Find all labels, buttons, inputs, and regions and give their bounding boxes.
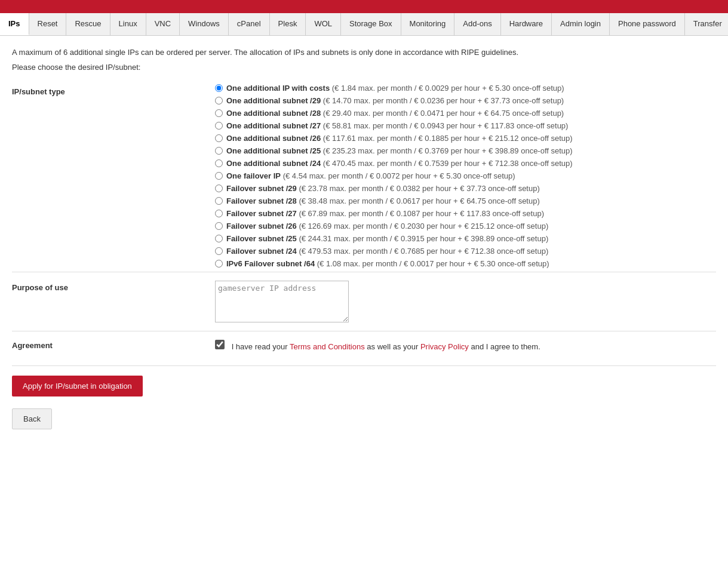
tab-hardware[interactable]: Hardware: [501, 13, 552, 35]
tab-windows[interactable]: Windows: [180, 13, 229, 35]
radio-option-5: One additional subnet /26 (€ 117.61 max.…: [215, 134, 716, 143]
radio-label-opt7[interactable]: One additional subnet /24 (€ 470.45 max.…: [226, 159, 573, 168]
radio-label-opt14[interactable]: Failover subnet /24 (€ 479.53 max. per m…: [226, 247, 548, 256]
radio-opt2[interactable]: [215, 97, 223, 104]
radio-opt14[interactable]: [215, 247, 223, 255]
terms-link[interactable]: Terms and Conditions: [290, 342, 365, 351]
radio-label-opt11[interactable]: Failover subnet /27 (€ 67.89 max. per mo…: [226, 209, 544, 218]
radio-option-10: Failover subnet /28 (€ 38.48 max. per mo…: [215, 196, 716, 205]
radio-opt5[interactable]: [215, 134, 223, 142]
radio-label-opt9[interactable]: Failover subnet /29 (€ 23.78 max. per mo…: [226, 184, 540, 193]
tab-reset[interactable]: Reset: [29, 13, 67, 35]
radio-option-15: IPv6 Failover subnet /64 (€ 1.08 max. pe…: [215, 259, 716, 268]
info-text: A maximum of 6 additional single IPs can…: [12, 48, 716, 57]
radio-option-7: One additional subnet /24 (€ 470.45 max.…: [215, 159, 716, 168]
radio-label-opt1[interactable]: One additional IP with costs (€ 1.84 max…: [226, 84, 564, 93]
purpose-textarea[interactable]: [215, 281, 349, 322]
tab-vnc[interactable]: VNC: [146, 13, 180, 35]
radio-label-opt6[interactable]: One additional subnet /25 (€ 235.23 max.…: [226, 146, 573, 155]
back-row: Back: [12, 402, 716, 429]
tab-linux[interactable]: Linux: [110, 13, 146, 35]
radio-opt4[interactable]: [215, 122, 223, 130]
radio-label-opt3[interactable]: One additional subnet /28 (€ 29.40 max. …: [226, 109, 564, 118]
radio-label-opt5[interactable]: One additional subnet /26 (€ 117.61 max.…: [226, 134, 573, 143]
tab-navigation: IPsResetRescueLinuxVNCWindowscPanelPlesk…: [0, 13, 728, 36]
radio-label-opt8[interactable]: One failover IP (€ 4.54 max. per month /…: [226, 171, 515, 180]
radio-opt10[interactable]: [215, 197, 223, 205]
apply-button[interactable]: Apply for IP/subnet in obligation: [12, 376, 143, 396]
radio-option-8: One failover IP (€ 4.54 max. per month /…: [215, 171, 716, 180]
radio-option-14: Failover subnet /24 (€ 479.53 max. per m…: [215, 247, 716, 256]
agreement-checkbox[interactable]: [215, 340, 225, 349]
tab-storagebox[interactable]: Storage Box: [341, 13, 401, 35]
tab-ips[interactable]: IPs: [0, 13, 29, 35]
radio-option-12: Failover subnet /26 (€ 126.69 max. per m…: [215, 222, 716, 230]
radio-opt8[interactable]: [215, 172, 223, 180]
agreement-text: I have read your Terms and Conditions as…: [232, 342, 540, 351]
choose-text: Please choose the desired IP/subnet:: [12, 63, 716, 72]
tab-adminlogin[interactable]: Admin login: [552, 13, 610, 35]
radio-opt15[interactable]: [215, 260, 223, 268]
tab-wol[interactable]: WOL: [306, 13, 341, 35]
tab-transfer[interactable]: Transfer: [685, 13, 728, 35]
radio-opt6[interactable]: [215, 147, 223, 155]
radio-label-opt15[interactable]: IPv6 Failover subnet /64 (€ 1.08 max. pe…: [226, 259, 549, 268]
purpose-label: Purpose of use: [12, 281, 215, 292]
radio-option-1: One additional IP with costs (€ 1.84 max…: [215, 84, 716, 93]
radio-opt3[interactable]: [215, 109, 223, 117]
bottom-divider: [12, 365, 716, 366]
radio-option-2: One additional subnet /29 (€ 14.70 max. …: [215, 96, 716, 105]
radio-option-11: Failover subnet /27 (€ 67.89 max. per mo…: [215, 209, 716, 218]
tab-plesk[interactable]: Plesk: [270, 13, 306, 35]
tab-cpanel[interactable]: cPanel: [229, 13, 270, 35]
radio-option-6: One additional subnet /25 (€ 235.23 max.…: [215, 146, 716, 155]
radio-opt12[interactable]: [215, 222, 223, 230]
radio-opt1[interactable]: [215, 84, 223, 92]
radio-label-opt4[interactable]: One additional subnet /27 (€ 58.81 max. …: [226, 121, 568, 130]
radio-label-opt12[interactable]: Failover subnet /26 (€ 126.69 max. per m…: [226, 222, 548, 230]
tab-addons[interactable]: Add-ons: [454, 13, 500, 35]
back-button[interactable]: Back: [12, 408, 52, 429]
radio-opt9[interactable]: [215, 185, 223, 192]
agreement-label: Agreement: [12, 341, 215, 350]
radio-opt7[interactable]: [215, 159, 223, 167]
radio-option-9: Failover subnet /29 (€ 23.78 max. per mo…: [215, 184, 716, 193]
radio-option-4: One additional subnet /27 (€ 58.81 max. …: [215, 121, 716, 130]
radio-label-opt2[interactable]: One additional subnet /29 (€ 14.70 max. …: [226, 96, 564, 105]
tab-phonepassword[interactable]: Phone password: [610, 13, 685, 35]
radio-label-opt13[interactable]: Failover subnet /25 (€ 244.31 max. per m…: [226, 234, 548, 243]
buttons-row: Apply for IP/subnet in obligation: [12, 376, 716, 396]
radio-label-opt10[interactable]: Failover subnet /28 (€ 38.48 max. per mo…: [226, 196, 540, 205]
tab-monitoring[interactable]: Monitoring: [401, 13, 455, 35]
ip-subnet-options: One additional IP with costs (€ 1.84 max…: [215, 84, 716, 272]
tab-rescue[interactable]: Rescue: [66, 13, 110, 35]
radio-option-13: Failover subnet /25 (€ 244.31 max. per m…: [215, 234, 716, 243]
top-bar: [0, 0, 728, 13]
radio-option-3: One additional subnet /28 (€ 29.40 max. …: [215, 109, 716, 118]
radio-opt11[interactable]: [215, 210, 223, 217]
privacy-link[interactable]: Privacy Policy: [420, 342, 469, 351]
ip-subnet-label: IP/subnet type: [12, 84, 215, 272]
agreement-content: I have read your Terms and Conditions as…: [215, 340, 540, 351]
radio-opt13[interactable]: [215, 235, 223, 242]
